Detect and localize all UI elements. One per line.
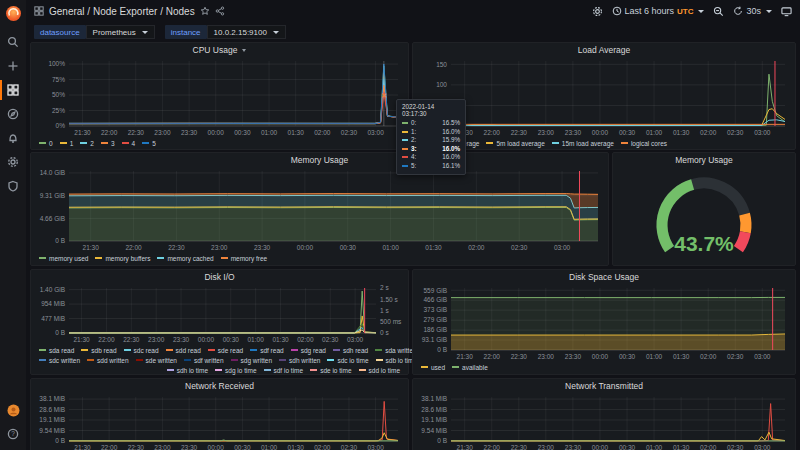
legend-item[interactable]: sdg written [231, 357, 272, 364]
chevron-down-icon [273, 31, 279, 34]
legend-series-label: 5 [152, 140, 156, 147]
legend-item[interactable]: sde written [136, 357, 177, 364]
legend-item[interactable]: 0 [39, 140, 53, 147]
legend-item[interactable]: sda written [375, 347, 416, 354]
legend-item[interactable]: sdc read [124, 347, 159, 354]
legend-item[interactable]: sdh io time [167, 367, 208, 374]
panel-title-net-rx[interactable]: Network Received [31, 379, 408, 393]
panel-title-net-tx[interactable]: Network Transmitted [413, 379, 795, 393]
legend-series-label: sdg read [301, 347, 326, 354]
disk-io-chart[interactable]: 0 B477 MiB954 MiB1.40 GiB0 s500 ms1 s1.5… [31, 284, 408, 345]
legend-item[interactable]: memory free [221, 255, 267, 262]
legend-item[interactable]: sdf io time [264, 367, 304, 374]
zoom-out-button[interactable] [713, 6, 724, 17]
legend-item[interactable]: sdd io time [359, 367, 400, 374]
legend-series-label: sdd read [176, 347, 201, 354]
svg-text:23:30: 23:30 [565, 129, 582, 136]
search-icon[interactable] [0, 30, 26, 54]
legend-item[interactable]: sdb read [81, 347, 116, 354]
user-avatar[interactable] [0, 398, 26, 422]
cpu-usage-chart[interactable]: 0%25%50%75%100%21:3022:0022:3023:0023:30… [31, 57, 408, 138]
clock-icon [612, 6, 622, 16]
explore-compass-icon[interactable] [0, 102, 26, 126]
legend-series-color [359, 369, 366, 371]
panel-title-memory[interactable]: Memory Usage [31, 153, 608, 167]
legend-item[interactable]: sdg read [291, 347, 326, 354]
legend-item[interactable]: 3 [101, 140, 115, 147]
panel-title-disk-space[interactable]: Disk Space Usage [413, 270, 795, 284]
help-icon[interactable]: ? [0, 422, 26, 446]
legend-item[interactable]: used [421, 364, 445, 371]
legend-item[interactable]: sde read [208, 347, 243, 354]
instance-select[interactable]: 10.0.2.15:9100 [207, 25, 286, 39]
panel-title-memory-gauge[interactable]: Memory Usage [613, 153, 795, 167]
alerting-bell-icon[interactable] [0, 126, 26, 150]
load-average-chart[interactable]: 05010015021:3022:0022:3023:0023:3000:000… [413, 57, 795, 138]
svg-text:03:00: 03:00 [754, 444, 771, 450]
legend-item[interactable]: sdf written [184, 357, 224, 364]
svg-text:02:00: 02:00 [297, 336, 314, 343]
panel-menu-caret-icon[interactable] [242, 49, 246, 52]
legend-item[interactable]: logical cores [621, 140, 667, 147]
legend-item[interactable]: memory cached [157, 255, 213, 262]
svg-text:93.1 GiB: 93.1 GiB [422, 336, 447, 343]
memory-usage-legend: memory usedmemory buffersmemory cachedme… [31, 253, 608, 263]
legend-item[interactable]: sdc written [39, 357, 80, 364]
svg-text:1 s: 1 s [380, 307, 389, 314]
legend-item[interactable]: sdh read [333, 347, 368, 354]
configuration-gear-icon[interactable] [0, 150, 26, 174]
tooltip-series-row: 1:16.0% [402, 128, 460, 137]
legend-item[interactable]: sdb io time [376, 357, 417, 364]
legend-series-label: sdf io time [274, 367, 304, 374]
network-received-chart[interactable]: 0 B9.54 MiB19.1 MiB28.6 MiB38.1 MiB21:30… [31, 393, 408, 450]
legend-item[interactable]: sdc io time [327, 357, 368, 364]
network-transmitted-chart[interactable]: 0 B9.54 MiB19.1 MiB28.6 MiB38.1 MiB21:30… [413, 393, 795, 450]
dashboard-variables-row: datasource Prometheus instance 10.0.2.15… [26, 22, 800, 42]
legend-item[interactable]: sdd read [166, 347, 201, 354]
legend-series-label: sdh read [343, 347, 368, 354]
svg-text:22:00: 22:00 [98, 336, 115, 343]
server-admin-shield-icon[interactable] [0, 174, 26, 198]
svg-text:01:00: 01:00 [382, 244, 399, 251]
time-range-picker[interactable]: Last 6 hours UTC [612, 6, 705, 16]
legend-item[interactable]: 1 [60, 140, 74, 147]
svg-text:21:30: 21:30 [83, 244, 100, 251]
panel-cpu-usage: CPU Usage 0%25%50%75%100%21:3022:0022:30… [30, 42, 409, 150]
legend-item[interactable]: 5 [142, 140, 156, 147]
panel-title-load[interactable]: Load Average [413, 43, 795, 57]
legend-series-label: sdh io time [177, 367, 208, 374]
share-icon[interactable] [215, 6, 225, 16]
legend-item[interactable]: available [452, 364, 488, 371]
datasource-variable: datasource Prometheus [34, 25, 155, 39]
breadcrumb[interactable]: General / Node Exporter / Nodes [34, 6, 225, 17]
legend-item[interactable]: sdh written [279, 357, 320, 364]
panel-title-cpu[interactable]: CPU Usage [31, 43, 408, 57]
svg-text:00:00: 00:00 [208, 129, 225, 136]
legend-item[interactable]: memory buffers [95, 255, 150, 262]
star-icon[interactable] [200, 6, 210, 16]
legend-item[interactable]: 2 [80, 140, 94, 147]
svg-text:03:00: 03:00 [754, 129, 771, 136]
legend-item[interactable]: 15m load average [552, 140, 614, 147]
legend-item[interactable]: sde io time [310, 367, 351, 374]
breadcrumb-text[interactable]: General / Node Exporter / Nodes [49, 6, 195, 17]
legend-item[interactable]: sdf read [250, 347, 284, 354]
legend-item[interactable]: sda read [39, 347, 74, 354]
legend-item[interactable]: sdg io time [215, 367, 256, 374]
legend-item[interactable]: memory used [39, 255, 88, 262]
grafana-logo-icon[interactable] [0, 0, 26, 26]
legend-item[interactable]: 4 [122, 140, 136, 147]
create-plus-icon[interactable] [0, 54, 26, 78]
legend-series-label: sdd written [97, 357, 128, 364]
svg-text:23:30: 23:30 [254, 244, 271, 251]
dashboard-settings-button[interactable] [592, 6, 603, 17]
kiosk-mode-button[interactable] [781, 6, 792, 17]
panel-title-disk-io[interactable]: Disk I/O [31, 270, 408, 284]
disk-space-chart[interactable]: 0 B93.1 GiB186 GiB279 GiB373 GiB466 GiB5… [413, 284, 795, 362]
refresh-button[interactable]: 30s [733, 6, 772, 16]
dashboards-icon[interactable] [0, 78, 26, 102]
legend-item[interactable]: sdd written [87, 357, 128, 364]
datasource-select[interactable]: Prometheus [86, 25, 155, 39]
memory-usage-chart[interactable]: 0 B4.66 GiB9.31 GiB14.0 GiB21:3022:0022:… [31, 167, 608, 253]
legend-item[interactable]: 5m load average [486, 140, 544, 147]
